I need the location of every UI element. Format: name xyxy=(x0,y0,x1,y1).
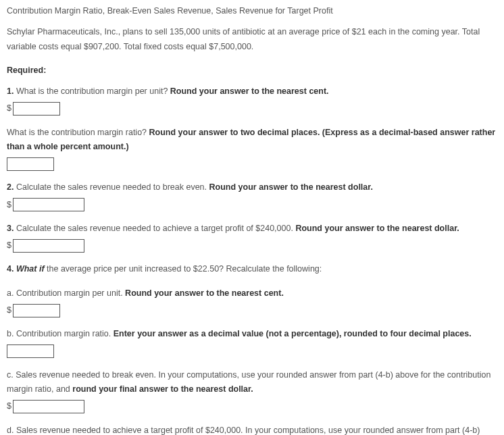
q1-number: 1. xyxy=(7,86,14,96)
question-1b: What is the contribution margin ratio? R… xyxy=(7,126,497,155)
q1-bold: Round your answer to the nearest cent. xyxy=(170,86,329,96)
q1-text: What is the contribution margin per unit… xyxy=(14,86,170,96)
question-3: 3. Calculate the sales revenue needed to… xyxy=(7,222,497,236)
q3-prefix: $ xyxy=(7,240,11,250)
q2-bold: Round your answer to the nearest dollar. xyxy=(209,182,373,192)
page-title: Contribution Margin Ratio, Break-Even Sa… xyxy=(7,4,497,18)
q3-bold: Round your answer to the nearest dollar. xyxy=(295,224,459,233)
q4c-bold: round your final answer to the nearest d… xyxy=(72,384,253,394)
question-1: 1. What is the contribution margin per u… xyxy=(7,84,497,99)
q1b-input-row xyxy=(7,157,497,171)
q4a-prefix: $ xyxy=(7,305,11,315)
question-2: 2. Calculate the sales revenue needed to… xyxy=(7,180,497,195)
q2-text: Calculate the sales revenue needed to br… xyxy=(14,182,209,192)
problem-statement: Schylar Pharmaceuticals, Inc., plans to … xyxy=(7,25,497,54)
q2-input-row: $ xyxy=(7,198,497,212)
question-4a: a. Contribution margin per unit. Round y… xyxy=(7,286,497,301)
q4a-input[interactable] xyxy=(13,304,60,317)
question-4c: c. Sales revenue needed to break even. I… xyxy=(7,368,497,397)
q4b-number: b. xyxy=(7,329,14,338)
q4b-bold: Enter your answer as a decimal value (no… xyxy=(114,329,472,338)
q3-input-row: $ xyxy=(7,238,497,253)
q4b-input-row xyxy=(7,344,497,359)
q4-whatif: What if xyxy=(14,264,44,274)
q4a-number: a. xyxy=(7,288,14,298)
q1-input[interactable] xyxy=(13,102,60,116)
q4c-number: c. xyxy=(7,370,14,380)
q4-text: the average price per unit increased to … xyxy=(45,264,322,274)
q4c-input[interactable] xyxy=(13,400,84,413)
q4-number: 4. xyxy=(7,264,14,274)
question-4: 4. What if the average price per unit in… xyxy=(7,262,497,276)
q2-number: 2. xyxy=(7,182,14,192)
q4a-bold: Round your answer to the nearest cent. xyxy=(125,288,284,298)
q4a-input-row: $ xyxy=(7,303,497,317)
q4c-prefix: $ xyxy=(7,401,11,411)
q3-input[interactable] xyxy=(13,239,84,253)
q1-prefix: $ xyxy=(7,103,11,113)
q4b-text: Contribution margin ratio. xyxy=(14,329,113,338)
q3-text: Calculate the sales revenue needed to ac… xyxy=(14,224,295,233)
question-4d: d. Sales revenue needed to achieve a tar… xyxy=(7,424,497,435)
q4d-number: d. xyxy=(7,426,14,435)
q4c-input-row: $ xyxy=(7,399,497,413)
q1b-text: What is the contribution margin ratio? xyxy=(7,128,149,137)
question-4b: b. Contribution margin ratio. Enter your… xyxy=(7,327,497,341)
q2-input[interactable] xyxy=(13,198,84,211)
q4b-input[interactable] xyxy=(7,344,54,358)
q3-number: 3. xyxy=(7,224,14,233)
q1b-input[interactable] xyxy=(7,157,54,171)
q4a-text: Contribution margin per unit. xyxy=(14,288,125,298)
q4d-text: Sales revenue needed to achieve a target… xyxy=(7,426,480,435)
q1-input-row: $ xyxy=(7,101,497,116)
q2-prefix: $ xyxy=(7,200,11,209)
required-heading: Required: xyxy=(7,63,497,78)
